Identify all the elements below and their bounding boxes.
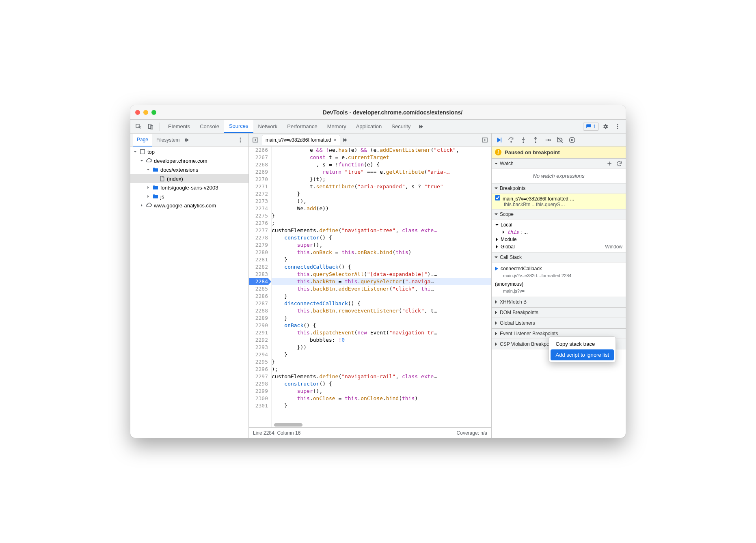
breakpoint-checkbox[interactable] bbox=[495, 195, 500, 200]
section-header[interactable]: DOM Breakpoints bbox=[492, 307, 626, 318]
device-toolbar-icon[interactable] bbox=[145, 121, 156, 132]
callstack-frame[interactable]: (anonymous)main.js?v= bbox=[492, 280, 626, 295]
code-line[interactable]: )), bbox=[272, 198, 491, 205]
code-line[interactable]: , s = !function(e) { bbox=[272, 161, 491, 168]
tree-origin[interactable]: developer.chrome.com bbox=[130, 156, 248, 165]
devtools-tab-security[interactable]: Security bbox=[387, 120, 415, 133]
nav-forward-icon[interactable] bbox=[480, 134, 490, 146]
code-line[interactable]: })) bbox=[272, 344, 491, 351]
scope-section-header[interactable]: Scope bbox=[492, 209, 626, 220]
pause-exceptions-icon[interactable] bbox=[566, 134, 578, 146]
callstack-section-header[interactable]: Call Stack bbox=[492, 252, 626, 263]
code-line[interactable]: constructor() { bbox=[272, 380, 491, 388]
context-menu-item[interactable]: Copy stack trace bbox=[551, 338, 614, 349]
code-line[interactable]: connectedCallback() { bbox=[272, 263, 491, 271]
devtools-tab-memory[interactable]: Memory bbox=[322, 120, 351, 133]
scope-global[interactable]: GlobalWindow bbox=[492, 243, 626, 250]
settings-gear-icon[interactable] bbox=[600, 121, 611, 132]
scope-local[interactable]: Local bbox=[492, 221, 626, 228]
gutter-line[interactable]: 2297 bbox=[249, 373, 268, 380]
code-line[interactable]: t.setAttribute("aria-expanded", s ? "tru… bbox=[272, 183, 491, 190]
gutter-line[interactable]: 2301 bbox=[249, 402, 268, 409]
devtools-tab-console[interactable]: Console bbox=[195, 120, 224, 133]
gutter-line[interactable]: 2276 bbox=[249, 220, 268, 227]
devtools-tab-elements[interactable]: Elements bbox=[163, 120, 195, 133]
gutter-line[interactable]: 2279 bbox=[249, 241, 268, 249]
navigator-more-icon[interactable] bbox=[235, 134, 246, 146]
gutter-line[interactable]: 2270 bbox=[249, 176, 268, 183]
code-line[interactable]: this.backBtn.removeEventListener("click"… bbox=[272, 307, 491, 315]
code-line[interactable]: }(t); bbox=[272, 176, 491, 183]
code-line[interactable]: super(), bbox=[272, 388, 491, 395]
add-watch-icon[interactable] bbox=[605, 159, 613, 168]
code-line[interactable]: } bbox=[272, 351, 491, 358]
gutter-line[interactable]: 2293 bbox=[249, 344, 268, 351]
code-line[interactable]: this.backBtn = this.querySelector(".navi… bbox=[272, 278, 491, 285]
navigator-tab-filesystem[interactable]: Filesystem bbox=[152, 134, 184, 146]
watch-section-header[interactable]: Watch bbox=[492, 158, 626, 169]
gutter-line[interactable]: 2273 bbox=[249, 198, 268, 205]
code-line[interactable]: super(), bbox=[272, 241, 491, 249]
devtools-tab-network[interactable]: Network bbox=[253, 120, 283, 133]
gutter-line[interactable]: 2296 bbox=[249, 366, 268, 373]
tree-folder[interactable]: js bbox=[130, 192, 248, 201]
devtools-tab-sources[interactable]: Sources bbox=[224, 120, 253, 133]
navigator-tab-page[interactable]: Page bbox=[133, 134, 152, 147]
code-line[interactable]: } bbox=[272, 293, 491, 300]
step-icon[interactable] bbox=[542, 134, 553, 146]
gutter-line[interactable]: 2277 bbox=[249, 227, 268, 234]
gutter-line[interactable]: 2283 bbox=[249, 271, 268, 278]
nav-back-icon[interactable] bbox=[251, 134, 260, 146]
tree-folder[interactable]: fonts/google-sans-v2003 bbox=[130, 183, 248, 192]
devtools-tab-performance[interactable]: Performance bbox=[282, 120, 322, 133]
section-header[interactable]: XHR/fetch B bbox=[492, 297, 626, 307]
tree-file-index[interactable]: (index) bbox=[130, 174, 248, 183]
inspect-element-icon[interactable] bbox=[133, 121, 144, 132]
gutter-line[interactable]: 2269 bbox=[249, 168, 268, 176]
editor-tab[interactable]: main.js?v=e382d86f:formatted × bbox=[262, 135, 340, 145]
gutter-line[interactable]: 2282 bbox=[249, 263, 268, 271]
more-editor-tabs-icon[interactable] bbox=[342, 136, 350, 144]
gutter-line[interactable]: 2289 bbox=[249, 315, 268, 322]
tree-folder[interactable]: docs/extensions bbox=[130, 165, 248, 174]
gutter-line[interactable]: 2295 bbox=[249, 358, 268, 366]
scope-this[interactable]: this: … bbox=[492, 228, 626, 236]
gutter-line[interactable]: 2287 bbox=[249, 300, 268, 307]
gutter-line[interactable]: 2280 bbox=[249, 249, 268, 256]
code-line[interactable]: } bbox=[272, 190, 491, 198]
code-line[interactable]: onBack() { bbox=[272, 322, 491, 329]
code-line[interactable]: this.onClose = this.onClose.bind(this) bbox=[272, 395, 491, 402]
issues-counter[interactable]: 1 bbox=[583, 123, 599, 131]
gutter-line[interactable]: 2292 bbox=[249, 336, 268, 344]
code-line[interactable]: disconnectedCallback() { bbox=[272, 300, 491, 307]
gutter-line[interactable]: 2285 bbox=[249, 285, 268, 293]
code-line[interactable]: this.querySelectorAll("[data-expandable]… bbox=[272, 271, 491, 278]
code-line[interactable]: this.dispatchEvent(new Event("navigation… bbox=[272, 329, 491, 336]
code-line[interactable]: } bbox=[272, 212, 491, 220]
gutter-line[interactable]: 2300 bbox=[249, 395, 268, 402]
code-line[interactable]: constructor() { bbox=[272, 234, 491, 241]
step-out-icon[interactable] bbox=[530, 134, 541, 146]
gutter-line[interactable]: 2274 bbox=[249, 205, 268, 212]
code-line[interactable]: We.add(e)) bbox=[272, 205, 491, 212]
gutter-line[interactable]: 2291 bbox=[249, 329, 268, 336]
refresh-watch-icon[interactable] bbox=[615, 159, 623, 168]
code-line[interactable]: ); bbox=[272, 366, 491, 373]
close-window-button[interactable] bbox=[135, 110, 140, 115]
step-over-icon[interactable] bbox=[505, 134, 517, 146]
step-into-icon[interactable] bbox=[518, 134, 529, 146]
gutter-line[interactable]: 2268 bbox=[249, 161, 268, 168]
code-line[interactable]: bubbles: !0 bbox=[272, 336, 491, 344]
horizontal-scrollbar[interactable] bbox=[274, 423, 302, 427]
gutter-line[interactable]: 2275 bbox=[249, 212, 268, 220]
code-line[interactable]: } bbox=[272, 402, 491, 409]
code-line[interactable]: ; bbox=[272, 220, 491, 227]
maximize-window-button[interactable] bbox=[151, 110, 156, 115]
gutter-line[interactable]: 2267 bbox=[249, 154, 268, 161]
code-line[interactable]: } bbox=[272, 315, 491, 322]
close-tab-icon[interactable]: × bbox=[334, 137, 337, 143]
code-line[interactable]: this.backBtn.addEventListener("click", t… bbox=[272, 285, 491, 293]
code-line[interactable]: const t = e.currentTarget bbox=[272, 154, 491, 161]
gutter-line[interactable]: 2266 bbox=[249, 147, 268, 154]
scope-module[interactable]: Module bbox=[492, 236, 626, 243]
